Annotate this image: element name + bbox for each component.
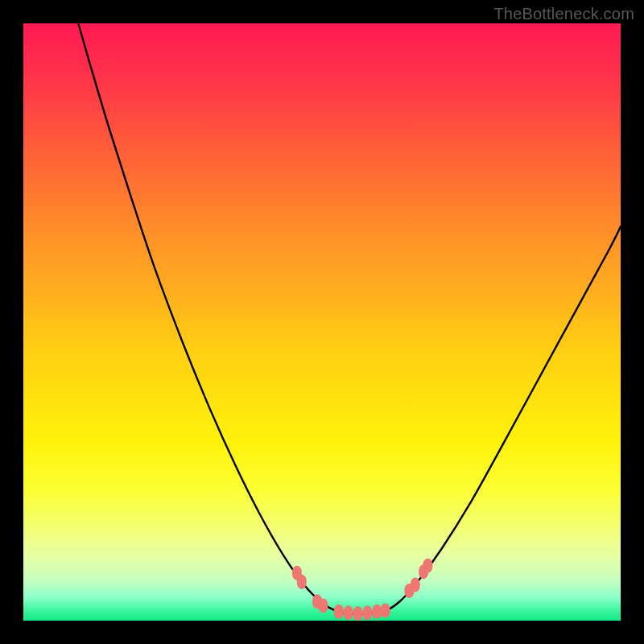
- marker-dot: [353, 606, 363, 621]
- bottleneck-chart: [23, 23, 621, 621]
- marker-dot: [362, 605, 372, 620]
- marker-dot: [423, 559, 432, 573]
- chart-frame: TheBottleneck.com: [0, 0, 644, 644]
- marker-dot: [372, 605, 382, 619]
- marker-dot: [344, 605, 353, 620]
- marker-dot: [381, 603, 390, 617]
- marker-dot: [318, 598, 328, 613]
- watermark-text: TheBottleneck.com: [493, 5, 634, 23]
- marker-dot: [334, 605, 344, 619]
- plot-background: [23, 23, 621, 621]
- marker-dot: [297, 575, 307, 589]
- marker-dot: [411, 577, 420, 592]
